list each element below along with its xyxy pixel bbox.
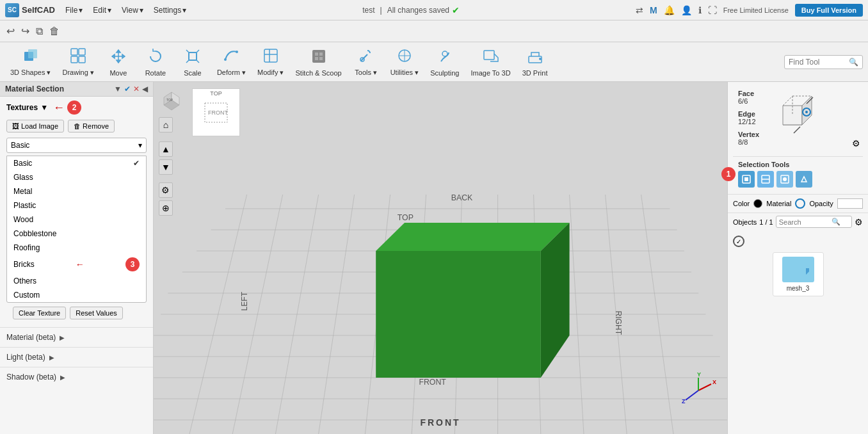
panel-dropdown-arrow[interactable]: ▼ [114,84,122,93]
toolbar-image-to-3d[interactable]: Image To 3D [465,45,515,79]
material-beta-label: Material (beta) [6,333,56,342]
bell-icon[interactable]: 🔔 [664,5,675,15]
objects-list: ✓ mesh_3 [728,230,868,434]
color-material-row: Color Material Opacity 100 [728,194,868,213]
user-icon[interactable]: 👤 [681,5,692,15]
menu-settings[interactable]: Settings ▾ [154,6,186,15]
find-tool-box[interactable]: 🔍 [784,55,863,69]
vp-settings-button[interactable]: ⚙ [159,182,173,198]
sel-icon-2[interactable] [757,171,774,188]
toolbar-stitch-scoop[interactable]: Stitch & Scoop [290,45,346,79]
top-view-thumbnail[interactable]: TOP FRONT [192,88,240,136]
menu-edit[interactable]: Edit ▾ [93,6,111,15]
toolbar-drawing[interactable]: Drawing ▾ [57,44,99,79]
toolbar-utilities[interactable]: Utilities ▾ [385,44,424,79]
dropdown-item-others[interactable]: Others [7,274,146,288]
texture-dropdown[interactable]: Basic ▾ [6,138,147,153]
undo-button[interactable]: ↩ [6,25,15,37]
clear-texture-button[interactable]: Clear Texture [13,307,66,319]
panel-check-icon[interactable]: ✔ [124,84,131,93]
material-picker[interactable] [795,198,805,209]
logo-icon: SC [5,3,19,17]
toolbar-3d-print[interactable]: 3D Print [517,45,553,79]
vp-zoom-button[interactable]: ⊕ [159,200,173,216]
scale-icon [184,47,202,68]
svg-text:TOP: TOP [166,98,173,102]
dropdown-item-wood[interactable]: Wood [7,213,146,227]
modify-icon [262,47,280,67]
dropdown-item-roofing[interactable]: Roofing [7,241,146,255]
textures-section: Textures ▼ ← 2 🖼 Load Image 🗑 Remove [0,97,153,327]
toolbar-sculpting[interactable]: Sculpting [425,45,464,79]
dropdown-item-bricks[interactable]: Bricks ← 3 [7,255,146,274]
search-input[interactable] [779,218,830,226]
toolbar-move[interactable]: Move [100,45,136,79]
m-icon[interactable]: M [650,5,657,15]
toolbar-scale[interactable]: Scale [175,45,211,79]
toolbar-tools[interactable]: Tools ▾ [348,44,384,79]
vertex-count: 8/8 [738,138,748,146]
search-box[interactable]: 🔍 [776,216,852,228]
shadow-beta-arrow: ▶ [60,374,65,381]
toolbar-modify[interactable]: Modify ▾ [252,44,289,79]
dropdown-item-plastic[interactable]: Plastic [7,198,146,213]
viewport[interactable]: TOP FRONT LEFT RIGHT BACK TOP ⌂ ▲ ▼ ⚙ ⊕ [154,82,727,434]
info-icon[interactable]: ℹ [698,5,702,15]
top-menu-bar: SC SelfCAD File ▾ Edit ▾ View ▾ Settings… [0,0,868,20]
sculpting-icon [436,47,454,68]
dropdown-item-custom[interactable]: Custom [7,288,146,302]
vp-up-button[interactable]: ▲ [159,141,173,157]
toolbar-3d-shapes[interactable]: 3D Shapes ▾ [5,44,56,79]
dropdown-item-basic[interactable]: Basic ✔ [7,156,146,170]
main-toolbar: 3D Shapes ▾ Drawing ▾ Move Rotate Scale … [0,42,868,82]
check-icon: ✔ [452,5,460,15]
svg-point-17 [442,51,447,56]
find-tool-input[interactable] [789,58,846,67]
toolbar-drawing-label: Drawing ▾ [62,68,93,77]
object-check[interactable]: ✓ [733,236,744,247]
toolbar-rotate[interactable]: Rotate [138,45,173,79]
face-info: Face 6/6 Edge 12/12 Vertex 8/8 [733,84,826,151]
buy-button[interactable]: Buy Full Version [795,4,863,17]
light-beta-section[interactable]: Light (beta) ▶ [0,347,153,367]
toolbar-deform[interactable]: Deform ▾ [212,44,251,79]
color-picker[interactable] [753,199,762,208]
fullscreen-icon[interactable]: ⛶ [708,5,717,15]
objects-settings-button[interactable]: ⚙ [855,217,863,227]
remove-button[interactable]: 🗑 Remove [68,120,115,133]
sel-icon-4[interactable] [796,171,812,188]
menu-file[interactable]: File ▾ [65,6,83,15]
dropdown-item-glass[interactable]: Glass [7,170,146,184]
shadow-beta-section[interactable]: Shadow (beta) ▶ [0,367,153,387]
object-item-mesh3[interactable]: mesh_3 [773,252,824,296]
menu-view[interactable]: View ▾ [122,6,143,15]
svg-text:TOP: TOP [398,213,414,222]
vp-down-button[interactable]: ▼ [159,159,173,175]
navigation-cube[interactable]: TOP [159,87,184,115]
sel-icon-3[interactable] [776,171,793,188]
sel-icon-1[interactable] [738,171,755,188]
delete-button[interactable]: 🗑 [49,26,60,37]
load-image-button[interactable]: 🖼 Load Image [6,120,64,133]
dropdown-item-cobblestone[interactable]: Cobblestone [7,227,146,241]
dropdown-item-metal[interactable]: Metal [7,184,146,198]
stitch-scoop-icon [310,47,328,68]
material-beta-section[interactable]: Material (beta) ▶ [0,327,153,347]
svg-rect-4 [71,56,77,63]
right-panel: Face 6/6 Edge 12/12 Vertex 8/8 [727,82,868,434]
right-panel-settings-button[interactable]: ⚙ [852,138,860,149]
annotation-2: 2 [67,100,81,115]
share-icon[interactable]: ⇄ [636,5,643,15]
material-label: Material [766,200,791,207]
panel-close-icon[interactable]: ✕ [133,84,140,93]
home-button[interactable]: ⌂ [159,117,173,133]
textures-header: Textures ▼ ← 2 [6,100,147,115]
utilities-icon [396,47,414,67]
check-mark-basic: ✔ [133,159,140,168]
panel-collapse-icon[interactable]: ◀ [142,84,148,93]
copy-button[interactable]: ⧉ [36,26,43,37]
svg-text:RIGHT: RIGHT [614,311,623,335]
reset-values-button[interactable]: Reset Values [70,307,123,319]
opacity-input[interactable]: 100 [837,198,863,209]
redo-button[interactable]: ↪ [21,25,29,37]
